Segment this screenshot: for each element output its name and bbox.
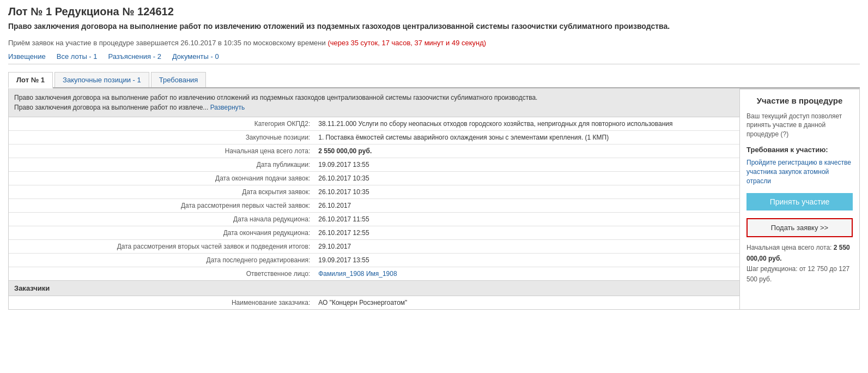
- table-row: Дата последнего редактирования: 19.09.20…: [9, 253, 739, 267]
- left-panel: Право заключения договора на выполнение …: [8, 88, 740, 310]
- field-label: Дата начала редукциона:: [9, 212, 315, 226]
- field-label: Дата рассмотрения вторых частей заявок и…: [9, 239, 315, 253]
- step-label: Шаг редукциона:: [746, 265, 798, 273]
- nav-links: Извещение Все лоты - 1 Разъяснения - 2 Д…: [8, 52, 860, 64]
- field-value: 26.10.2017 10:35: [315, 185, 739, 198]
- field-value: АО "Концерн Росэнергоатом": [315, 296, 739, 309]
- table-row: Категория ОКПД2: 38.11.21.000 Услуги по …: [9, 117, 739, 131]
- field-label: Категория ОКПД2:: [9, 117, 315, 131]
- field-label: Дата вскрытия заявок:: [9, 185, 315, 198]
- nav-all-lots[interactable]: Все лоты - 1: [57, 52, 98, 61]
- tabs-container: Лот № 1 Закупочные позиции - 1 Требовани…: [8, 72, 860, 88]
- field-value: 26.10.2017: [315, 198, 739, 212]
- table-row: Дата окончания подачи заявок: 26.10.2017…: [9, 171, 739, 185]
- nav-notice[interactable]: Извещение: [8, 52, 46, 61]
- nav-explanations[interactable]: Разъяснения - 2: [108, 52, 161, 61]
- right-panel: Участие в процедуре Ваш текущий доступ п…: [740, 88, 860, 310]
- description-box: Право заключения договора на выполнение …: [9, 88, 739, 117]
- customers-section-header: Заказчики: [9, 280, 739, 296]
- description-line1: Право заключения договора на выполнение …: [14, 94, 537, 101]
- field-label: Ответственное лицо:: [9, 267, 315, 280]
- tab-lot1[interactable]: Лот № 1: [8, 72, 53, 88]
- table-row: Дата рассмотрения первых частей заявок: …: [9, 198, 739, 212]
- field-value: 19.09.2017 13:55: [315, 158, 739, 171]
- table-row: Дата вскрытия заявок: 26.10.2017 10:35: [9, 185, 739, 198]
- field-value: 19.09.2017 13:55: [315, 253, 739, 267]
- field-value-price: 2 550 000,00 руб.: [315, 144, 739, 158]
- table-row: Закупочные позиции: 1. Поставка ёмкостей…: [9, 130, 739, 144]
- page-title: Лот № 1 Редукциона № 124612: [8, 5, 860, 18]
- field-label: Дата окончания подачи заявок:: [9, 171, 315, 185]
- info-table: Категория ОКПД2: 38.11.21.000 Услуги по …: [9, 117, 739, 280]
- field-value: 26.10.2017 10:35: [315, 171, 739, 185]
- participate-button[interactable]: Принять участие: [746, 193, 853, 210]
- tab-purchase-positions[interactable]: Закупочные позиции - 1: [54, 72, 149, 87]
- table-row: Дата начала редукциона: 26.10.2017 11:55: [9, 212, 739, 226]
- expand-link[interactable]: Развернуть: [210, 104, 245, 111]
- table-row: Ответственное лицо: Фамилия_1908 Имя_190…: [9, 267, 739, 280]
- countdown: (через 35 суток, 17 часов, 37 минут и 49…: [327, 39, 486, 47]
- tab-requirements[interactable]: Требования: [151, 72, 207, 87]
- description-line2: Право заключения договора на выполнение …: [14, 104, 208, 111]
- responsible-link[interactable]: Фамилия_1908 Имя_1908: [318, 270, 397, 278]
- customer-table: Наименование заказчика: АО "Концерн Росэ…: [9, 296, 739, 309]
- field-value: 29.10.2017: [315, 239, 739, 253]
- field-label: Дата последнего редактирования:: [9, 253, 315, 267]
- field-value: 38.11.21.000 Услуги по сбору неопасных о…: [315, 117, 739, 131]
- field-label: Закупочные позиции:: [9, 130, 315, 144]
- table-row: Дата рассмотрения вторых частей заявок и…: [9, 239, 739, 253]
- table-row: Наименование заказчика: АО "Концерн Росэ…: [9, 296, 739, 309]
- field-label: Дата публикации:: [9, 158, 315, 171]
- field-label: Начальная цена всего лота:: [9, 144, 315, 158]
- field-value-responsible: Фамилия_1908 Имя_1908: [315, 267, 739, 280]
- price-label: Начальная цена всего лота:: [746, 244, 831, 251]
- field-label: Дата окончания редукциона:: [9, 226, 315, 239]
- registration-link[interactable]: Пройдите регистрацию в качестве участник…: [746, 158, 853, 185]
- submit-application-button[interactable]: Подать заявку >>: [746, 218, 853, 237]
- deadline-text: Приём заявок на участие в процедуре заве…: [8, 39, 860, 47]
- table-row: Дата публикации: 19.09.2017 13:55: [9, 158, 739, 171]
- field-value: 1. Поставка ёмкостей системы аварийного …: [315, 130, 739, 144]
- requirements-title: Требования к участию:: [746, 146, 853, 154]
- table-row: Дата окончания редукциона: 26.10.2017 12…: [9, 226, 739, 239]
- field-label: Дата рассмотрения первых частей заявок:: [9, 198, 315, 212]
- page-subtitle: Право заключения договора на выполнение …: [8, 21, 860, 32]
- sidebar-access-text: Ваш текущий доступ позволяет принять уча…: [746, 112, 853, 139]
- field-label: Наименование заказчика:: [9, 296, 315, 309]
- table-row: Начальная цена всего лота: 2 550 000,00 …: [9, 144, 739, 158]
- sidebar-title: Участие в процедуре: [746, 96, 853, 105]
- field-value: 26.10.2017 11:55: [315, 212, 739, 226]
- nav-documents[interactable]: Документы - 0: [172, 52, 219, 61]
- price-info: Начальная цена всего лота: 2 550 000,00 …: [746, 243, 853, 285]
- field-value: 26.10.2017 12:55: [315, 226, 739, 239]
- main-layout: Право заключения договора на выполнение …: [8, 88, 860, 310]
